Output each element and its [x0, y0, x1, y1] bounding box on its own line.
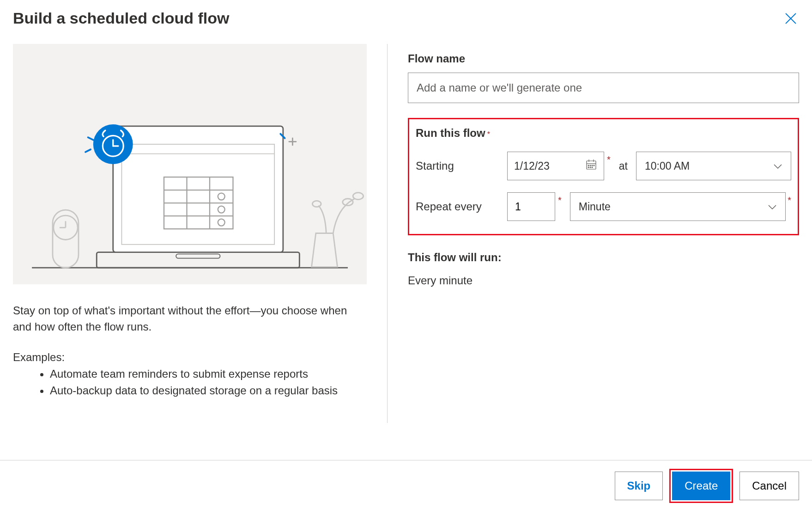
starting-time-value: 10:00 AM	[645, 160, 690, 172]
starting-date-value: 1/12/23	[514, 160, 550, 172]
required-asterisk: *	[788, 195, 791, 206]
svg-point-30	[343, 199, 353, 206]
svg-line-21	[85, 149, 91, 152]
vertical-divider	[387, 44, 388, 423]
close-button[interactable]	[782, 10, 799, 27]
starting-time-select[interactable]: 10:00 AM	[636, 152, 791, 180]
calendar-icon	[585, 159, 597, 173]
svg-point-32	[312, 201, 321, 207]
starting-date-input[interactable]: 1/12/23	[507, 152, 604, 180]
description-text: Stay on top of what's important without …	[13, 303, 367, 335]
svg-rect-3	[97, 252, 299, 268]
illustration	[13, 44, 367, 284]
starting-label: Starting	[416, 159, 499, 172]
flow-name-label: Flow name	[408, 52, 799, 65]
repeat-unit-select[interactable]: Minute	[570, 192, 786, 221]
example-item: Auto-backup data to designated storage o…	[50, 382, 367, 399]
examples-label: Examples:	[13, 351, 367, 364]
example-item: Automate team reminders to submit expens…	[50, 366, 367, 382]
close-icon	[784, 12, 797, 25]
svg-rect-26	[53, 210, 79, 268]
run-section-label: Run this flow	[416, 127, 485, 140]
required-asterisk: *	[558, 195, 562, 206]
repeat-count-input[interactable]	[507, 192, 555, 221]
summary-text: Every minute	[408, 274, 799, 287]
svg-rect-4	[176, 254, 220, 258]
repeat-unit-value: Minute	[579, 201, 611, 213]
required-asterisk: *	[487, 130, 490, 139]
chevron-down-icon	[773, 160, 782, 172]
required-asterisk: *	[607, 154, 611, 165]
at-label: at	[619, 160, 628, 172]
summary-label: This flow will run:	[408, 251, 799, 264]
dialog-title: Build a scheduled cloud flow	[13, 9, 229, 27]
create-button[interactable]: Create	[672, 472, 730, 500]
svg-rect-5	[113, 126, 283, 252]
svg-point-31	[353, 193, 363, 200]
svg-line-22	[88, 137, 93, 140]
repeat-label: Repeat every	[416, 200, 499, 213]
run-settings-group: Run this flow * Starting 1/12/23	[408, 118, 799, 235]
chevron-down-icon	[768, 201, 777, 213]
flow-name-input[interactable]	[408, 73, 799, 103]
skip-button[interactable]: Skip	[615, 472, 663, 500]
cancel-button[interactable]: Cancel	[739, 472, 799, 500]
